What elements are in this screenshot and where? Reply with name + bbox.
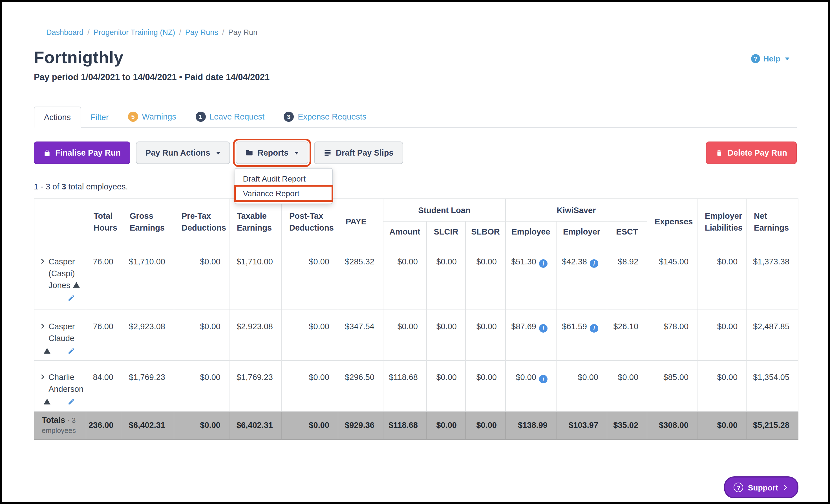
employee-column-header [34,199,86,245]
pay-run-actions-button[interactable]: Pay Run Actions [136,141,230,164]
col-group-student-loan: Student Loan [383,199,506,221]
total-sl-slbor: $0.00 [466,411,506,439]
employee-expand[interactable]: Casper Claude [40,321,82,344]
col-header-taxable-earnings: Taxable Earnings [229,199,282,245]
menu-item-draft-audit-report[interactable]: Draft Audit Report [235,171,332,186]
employee-name: Charlie Anderson [49,373,84,393]
cell-gross-earnings: $1,710.00 [122,245,174,310]
info-icon[interactable]: i [539,324,547,333]
info-icon[interactable]: i [590,259,598,268]
warnings-count-badge: 5 [128,112,138,122]
total-employer-liabilities: $0.00 [697,411,746,439]
cell-pre-tax-deductions: $0.00 [174,310,229,360]
lock-icon [43,149,51,156]
tab-bar: Actions Filter 5 Warnings 1 Leave Reques… [34,106,797,128]
total-post-tax-deductions: $0.00 [282,411,338,439]
employee-cell: Charlie Anderson [34,360,86,411]
app-window: Dashboard / Progenitor Training (NZ) / P… [0,0,830,504]
cell-net-earnings: $1,373.38 [746,245,798,310]
cell-total-hours: 84.00 [86,360,122,411]
pay-run-page: Dashboard / Progenitor Training (NZ) / P… [2,2,828,502]
employee-expand[interactable]: Charlie Anderson [40,372,82,395]
table-header-row-top: Total Hours Gross Earnings Pre-Tax Deduc… [34,199,798,221]
col-header-net-earnings: Net Earnings [746,199,798,245]
col-header-employer-liabilities: Employer Liabilities [697,199,746,245]
totals-label: Totals [42,415,65,424]
cell-value: $61.59 [562,322,587,331]
breadcrumb-dashboard[interactable]: Dashboard [46,28,84,37]
delete-pay-run-label: Delete Pay Run [728,148,787,157]
col-header-ks-esct: ESCT [607,221,647,245]
edit-pencil-icon[interactable] [68,347,75,355]
tab-leave-request-label: Leave Request [210,112,264,121]
edit-pencil-icon[interactable] [68,398,75,405]
tab-leave-request[interactable]: 1 Leave Request [186,106,274,127]
help-label: Help [763,54,780,63]
cell-expenses: $85.00 [647,360,697,411]
cell-employer-liabilities: $0.00 [697,245,746,310]
cell-post-tax-deductions: $0.00 [282,245,338,310]
cell-pre-tax-deductions: $0.00 [174,245,229,310]
cell-sl-slbor: $0.00 [466,245,506,310]
cell-ks-employer: $0.00 [556,360,607,411]
total-gross-earnings: $6,402.31 [122,411,174,439]
cell-pre-tax-deductions: $0.00 [174,360,229,411]
cell-ks-esct: $0.00 [607,360,647,411]
totals-label-cell: Totals · 3 employees [34,411,86,439]
cell-expenses: $145.00 [647,245,697,310]
breadcrumb-separator: / [179,28,181,37]
total-taxable-earnings: $6,402.31 [229,411,282,439]
finalise-pay-run-button[interactable]: Finalise Pay Run [34,141,130,164]
warning-icon [43,347,51,355]
cell-sl-slcir: $0.00 [426,310,466,360]
page-title: Fortnigthly [34,48,797,67]
cell-sl-slbor: $0.00 [466,310,506,360]
breadcrumb: Dashboard / Progenitor Training (NZ) / P… [46,28,797,37]
delete-pay-run-button[interactable]: Delete Pay Run [706,141,797,164]
col-header-post-tax-deductions: Post-Tax Deductions [282,199,338,245]
tab-actions[interactable]: Actions [34,106,81,128]
col-header-sl-slbor: SLBOR [466,221,506,245]
help-menu[interactable]: ? Help [751,54,789,63]
col-header-ks-employee: Employee [506,221,556,245]
tab-filter[interactable]: Filter [81,107,118,127]
cell-total-hours: 76.00 [86,245,122,310]
tab-warnings[interactable]: 5 Warnings [119,106,186,127]
tab-expense-requests-label: Expense Requests [298,112,366,121]
breadcrumb-pay-runs[interactable]: Pay Runs [185,28,218,37]
total-sl-slcir: $0.00 [426,411,466,439]
cell-value: $87.69 [511,322,536,331]
chevron-down-icon [216,151,220,154]
cell-sl-slcir: $0.00 [426,360,466,411]
employee-cell: Casper (Caspi) Jones [34,245,86,310]
employee-count-summary: 1 - 3 of 3 total employees. [34,182,797,191]
support-button[interactable]: ? Support [724,476,798,498]
cell-ks-employee: $87.69i [506,310,556,360]
col-header-sl-amount: Amount [383,221,426,245]
pay-run-actions-label: Pay Run Actions [146,148,210,157]
cell-paye: $347.54 [338,310,383,360]
totals-row: Totals · 3 employees 236.00 $6,402.31 $0… [34,411,798,439]
chevron-down-icon [785,57,789,60]
folder-icon [245,149,253,157]
cell-sl-slcir: $0.00 [426,245,466,310]
list-icon [323,149,331,157]
employee-expand[interactable]: Casper (Caspi) Jones [40,256,82,291]
info-icon[interactable]: i [539,259,547,268]
cell-net-earnings: $1,354.05 [746,360,798,411]
breadcrumb-business[interactable]: Progenitor Training (NZ) [94,28,175,37]
expand-chevron-icon [40,374,46,380]
cell-post-tax-deductions: $0.00 [282,310,338,360]
reports-button[interactable]: Reports [235,141,308,164]
breadcrumb-current: Pay Run [228,28,257,37]
total-ks-employer: $103.97 [556,411,607,439]
total-pre-tax-deductions: $0.00 [174,411,229,439]
menu-item-variance-report[interactable]: Variance Report [235,186,332,201]
cell-gross-earnings: $2,923.08 [122,310,174,360]
info-icon[interactable]: i [590,324,598,333]
draft-pay-slips-button[interactable]: Draft Pay Slips [314,141,403,164]
edit-pencil-icon[interactable] [68,294,75,302]
tab-expense-requests[interactable]: 3 Expense Requests [274,106,376,127]
info-icon[interactable]: i [539,375,547,383]
cell-ks-employee: $0.00i [506,360,556,411]
